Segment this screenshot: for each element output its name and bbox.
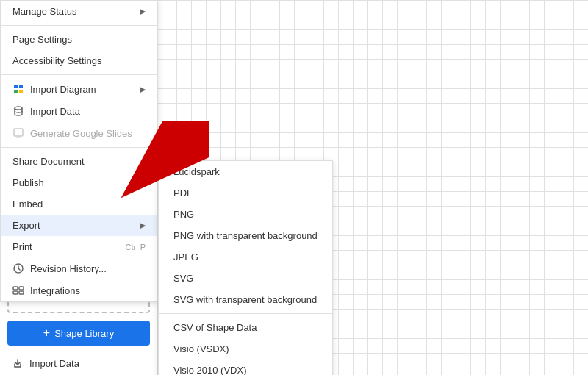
svg-rect-5	[14, 129, 23, 136]
print-label: Print	[12, 241, 32, 252]
svg-rect-0	[14, 85, 18, 88]
database-icon	[12, 105, 24, 117]
lucidspark-label: Lucidspark	[173, 166, 220, 177]
submenu-item-jpeg[interactable]: JPEG	[159, 246, 332, 268]
export-label: Export	[12, 220, 40, 231]
svg-label: SVG	[173, 273, 193, 284]
submenu-item-png[interactable]: PNG	[159, 204, 332, 225]
menu-item-integrations[interactable]: Integrations	[1, 279, 157, 301]
import-data-menu-label: Import Data	[30, 106, 80, 117]
print-shortcut: Ctrl P	[126, 243, 146, 251]
clock-icon	[12, 262, 24, 274]
svg-transparent-label: SVG with transparent background	[173, 294, 317, 305]
menu-item-print[interactable]: Print Ctrl P	[1, 236, 157, 257]
menu-item-accessibility-settings[interactable]: Accessibility Settings	[1, 50, 157, 71]
submenu-divider	[159, 313, 332, 314]
slides-icon	[12, 127, 24, 139]
shape-library-plus-icon: +	[43, 326, 50, 340]
svg-rect-1	[19, 85, 23, 88]
submenu-item-lucidspark[interactable]: Lucidspark	[159, 161, 332, 182]
integrations-icon	[12, 285, 24, 296]
menu-item-share-document[interactable]: Share Document	[1, 151, 157, 172]
visio-vdx-label: Visio 2010 (VDX)	[173, 365, 246, 375]
submenu-item-visio-vsdx[interactable]: Visio (VSDX)	[159, 338, 332, 360]
manage-status-label: Manage Status	[12, 6, 76, 17]
jpeg-label: JPEG	[173, 251, 198, 262]
png-label: PNG	[173, 209, 194, 220]
submenu-item-svg-transparent[interactable]: SVG with transparent background	[159, 289, 332, 310]
menu-item-generate-slides: Generate Google Slides	[1, 122, 157, 144]
divider-2	[1, 74, 157, 75]
publish-label: Publish	[12, 177, 44, 188]
svg-rect-10	[19, 287, 24, 290]
generate-slides-label: Generate Google Slides	[30, 128, 132, 139]
menu-item-export[interactable]: Export ▶	[1, 215, 157, 236]
lucidchart-icon	[12, 83, 24, 95]
menu-item-import-data-menu[interactable]: Import Data	[1, 100, 157, 122]
submenu-arrow-manage-status: ▶	[140, 7, 146, 16]
embed-label: Embed	[12, 199, 43, 210]
submenu-item-png-transparent[interactable]: PNG with transparent background	[159, 225, 332, 246]
import-data-sidebar-label: Import Data	[29, 358, 79, 369]
shape-library-button[interactable]: + Shape Library	[7, 321, 150, 346]
submenu-arrow-import: ▶	[140, 85, 146, 94]
menu-item-import-diagram[interactable]: Import Diagram ▶	[1, 78, 157, 100]
submenu-item-csv[interactable]: CSV of Shape Data	[159, 317, 332, 338]
csv-label: CSV of Shape Data	[173, 322, 257, 333]
menu-item-publish[interactable]: Publish	[1, 172, 157, 193]
share-document-label: Share Document	[12, 156, 85, 167]
divider-1	[1, 25, 157, 26]
pdf-label: PDF	[173, 188, 193, 199]
svg-point-4	[15, 107, 22, 110]
revision-history-label: Revision History...	[30, 263, 107, 274]
integrations-label: Integrations	[30, 285, 80, 296]
submenu-item-svg[interactable]: SVG	[159, 268, 332, 289]
submenu-item-pdf[interactable]: PDF	[159, 182, 332, 204]
svg-rect-3	[19, 90, 23, 93]
import-data-row[interactable]: Import Data	[0, 351, 157, 375]
menu-item-revision-history[interactable]: Revision History...	[1, 257, 157, 279]
main-menu: Manage Status ▶ Page Settings Accessibil…	[0, 0, 158, 302]
import-data-icon	[12, 357, 24, 369]
png-transparent-label: PNG with transparent background	[173, 230, 318, 241]
export-submenu: Lucidspark PDF PNG PNG with transparent …	[158, 160, 333, 375]
page-settings-label: Page Settings	[12, 34, 72, 45]
menu-item-page-settings[interactable]: Page Settings	[1, 29, 157, 50]
svg-rect-12	[19, 291, 24, 294]
import-diagram-label: Import Diagram	[30, 84, 96, 95]
accessibility-settings-label: Accessibility Settings	[12, 55, 101, 66]
shape-library-label: Shape Library	[54, 328, 114, 339]
visio-vsdx-label: Visio (VSDX)	[173, 343, 229, 354]
submenu-item-visio-vdx[interactable]: Visio 2010 (VDX)	[159, 360, 332, 375]
divider-3	[1, 147, 157, 148]
svg-rect-6	[16, 137, 21, 138]
svg-rect-9	[13, 287, 18, 290]
svg-rect-2	[14, 90, 18, 93]
menu-item-embed[interactable]: Embed	[1, 193, 157, 215]
submenu-arrow-export: ▶	[140, 221, 146, 230]
menu-item-manage-status[interactable]: Manage Status ▶	[1, 1, 157, 22]
svg-rect-11	[13, 291, 18, 294]
